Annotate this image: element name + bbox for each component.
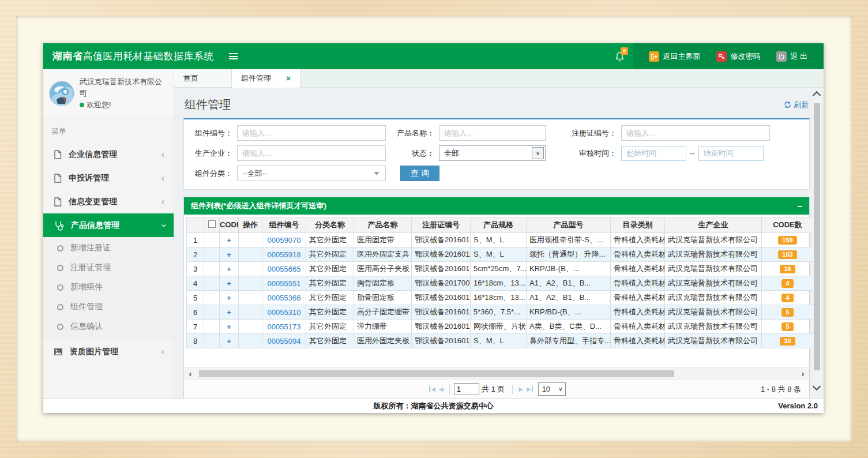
tab-home-label: 首页 xyxy=(183,73,198,84)
sidebar-subitem-new-component[interactable]: 新增组件 xyxy=(43,277,174,297)
expand-row-icon[interactable]: + xyxy=(227,308,231,317)
app-title-region: 湖南省 xyxy=(52,51,83,62)
row-number-cell: 7 xyxy=(187,320,204,334)
grid-filler xyxy=(186,348,807,367)
product-name-cell: 医用外固定夹板 xyxy=(354,334,412,348)
radio-circle-icon xyxy=(57,324,63,330)
chevron-left-icon: ‹ xyxy=(161,174,164,183)
expand-row-icon[interactable]: + xyxy=(227,337,231,346)
reg-no-input[interactable] xyxy=(621,125,770,141)
power-icon xyxy=(776,51,787,62)
row-checkbox-cell xyxy=(204,247,220,262)
radio-circle-icon xyxy=(57,304,63,310)
sidebar-subitem-label: 新增组件 xyxy=(70,282,103,292)
refresh-button[interactable]: 刷新 xyxy=(784,100,809,110)
next-page-button[interactable]: ▶ xyxy=(518,386,523,392)
product-name-input[interactable] xyxy=(439,125,546,141)
code-count-cell: 4 xyxy=(762,276,814,291)
prev-page-button[interactable]: ◀ xyxy=(439,386,444,392)
operation-cell xyxy=(239,262,262,276)
sidebar-item-info-change[interactable]: 信息变更管理 ‹ xyxy=(43,190,174,213)
component-code-link[interactable]: 00055094 xyxy=(268,337,301,346)
search-button[interactable]: 查 询 xyxy=(400,166,439,181)
operation-cell xyxy=(239,291,262,305)
hamburger-icon[interactable] xyxy=(229,53,238,59)
horizontal-scrollbar[interactable]: ‹ › xyxy=(184,367,809,379)
tab-close-icon[interactable]: × xyxy=(286,74,291,83)
return-home-label: 返回主界面 xyxy=(663,51,700,62)
component-code-link[interactable]: 00055551 xyxy=(268,279,301,288)
model-cell: KRP/BD-(B、... xyxy=(527,305,611,320)
expand-row-icon[interactable]: + xyxy=(227,236,231,245)
logout-button[interactable]: 退 出 xyxy=(776,51,807,62)
component-code-link[interactable]: 00055918 xyxy=(268,250,301,259)
category-dropdown[interactable]: --全部-- xyxy=(237,166,386,181)
audit-end-input[interactable] xyxy=(698,146,764,161)
row-checkbox-cell xyxy=(204,262,220,276)
audit-time-label: 审核时间： xyxy=(568,148,621,159)
model-cell: 颈托（普通型） 升降... xyxy=(527,247,611,262)
sidebar-item-label: 信息变更管理 xyxy=(69,197,117,207)
sidebar-item-product-info[interactable]: 产品信息管理 ‹ xyxy=(43,213,174,237)
code-count-badge: 4 xyxy=(781,279,793,288)
notifications-button[interactable]: 0 xyxy=(606,43,633,69)
sidebar-subitem-label: 新增注册证 xyxy=(70,243,111,253)
expand-row-icon[interactable]: + xyxy=(227,279,231,288)
app-window: 湖南省高值医用耗材基础数据库系统 0 返回主界面 xyxy=(43,43,824,413)
sidebar-subitem-new-registration[interactable]: 新增注册证 xyxy=(43,238,174,258)
component-code-cell: 00055366 xyxy=(262,291,306,305)
expand-row-icon[interactable]: + xyxy=(227,265,231,273)
vertical-scrollbar[interactable] xyxy=(813,91,821,391)
expand-row-icon[interactable]: + xyxy=(227,294,231,302)
collapse-panel-button[interactable]: − xyxy=(797,202,802,211)
model-cell: A类、B类、C类、D... xyxy=(527,320,611,334)
status-select[interactable]: 全部 ∨ xyxy=(439,145,546,161)
manufacturer-input[interactable] xyxy=(237,145,386,161)
scroll-down-arrow-icon[interactable] xyxy=(813,382,821,391)
page-size-select[interactable]: 10 ∨ xyxy=(538,382,566,396)
reg-no-cell: 鄂汉械备20160143 xyxy=(412,305,471,320)
return-home-button[interactable]: 返回主界面 xyxy=(649,51,700,62)
category-cell: 其它外固定 xyxy=(306,334,354,348)
category-cell: 其它外固定 xyxy=(306,291,354,305)
sidebar-subitem-registration-mgmt[interactable]: 注册证管理 xyxy=(43,258,174,277)
sidebar-subitem-info-confirm[interactable]: 信息确认 xyxy=(43,317,174,336)
spec-cell: 网状绷带、片状绷带 xyxy=(471,320,527,334)
component-code-link[interactable]: 00055665 xyxy=(268,265,301,273)
page-number-input[interactable] xyxy=(454,383,479,395)
scroll-right-arrow-icon[interactable]: › xyxy=(796,368,809,380)
horizontal-scroll-thumb[interactable] xyxy=(199,370,674,377)
expand-cell: + xyxy=(220,320,239,334)
code-count-cell: 159 xyxy=(762,233,814,247)
sidebar-subitem-component-mgmt[interactable]: 组件管理 xyxy=(43,297,174,317)
expand-row-icon[interactable]: + xyxy=(227,250,231,259)
search-panel: 组件编号： 产品名称： 注册证编号： xyxy=(183,118,810,190)
first-page-button[interactable]: ◀ xyxy=(429,386,435,392)
component-code-link[interactable]: 00055310 xyxy=(268,308,301,317)
file-icon xyxy=(54,150,62,159)
tab-component-mgmt[interactable]: 组件管理 × xyxy=(232,69,300,88)
component-code-link[interactable]: 00055366 xyxy=(268,294,301,302)
select-all-checkbox[interactable] xyxy=(208,220,216,228)
vertical-scroll-thumb[interactable] xyxy=(814,103,820,370)
header-buttons: 返回主界面 修改密码 退 出 xyxy=(633,43,824,69)
sidebar-item-label: 申投诉管理 xyxy=(69,173,109,183)
last-page-button[interactable]: ▶ xyxy=(527,386,533,392)
column-header-2: CODE数 xyxy=(220,217,239,233)
reg-no-label: 注册证编号： xyxy=(568,128,621,138)
table-row: 8+00055094其它外固定医用外固定夹板鄂汉械备20160116S、M、L鼻… xyxy=(187,334,814,348)
audit-start-input[interactable] xyxy=(621,146,686,161)
scroll-left-arrow-icon[interactable]: ‹ xyxy=(184,368,197,380)
tab-home[interactable]: 首页 xyxy=(174,69,232,87)
component-code-link[interactable]: 00059070 xyxy=(268,236,301,245)
change-password-button[interactable]: 修改密码 xyxy=(716,51,760,62)
sidebar-item-complaints[interactable]: 申投诉管理 ‹ xyxy=(43,166,174,190)
operation-cell xyxy=(239,276,262,291)
expand-row-icon[interactable]: + xyxy=(227,322,231,331)
component-no-input[interactable] xyxy=(237,125,386,141)
header-right: 0 返回主界面 修改密码 xyxy=(606,43,824,69)
component-code-link[interactable]: 00055173 xyxy=(268,322,301,331)
sidebar-item-qualification-images[interactable]: 资质图片管理 ‹ xyxy=(43,340,174,363)
sidebar-item-enterprise-info[interactable]: 企业信息管理 ‹ xyxy=(43,142,174,166)
scroll-up-arrow-icon[interactable] xyxy=(813,91,821,99)
